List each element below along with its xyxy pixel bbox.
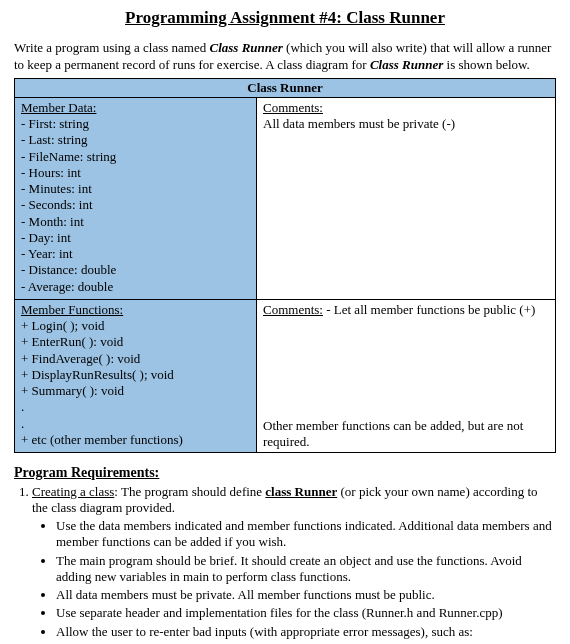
member-data-item: - Day: int [21,230,250,246]
member-func-item: + EnterRun( ): void [21,334,250,350]
intro-text-3: is shown below. [443,57,530,72]
member-data-heading: Member Data: [21,100,250,116]
requirement-item: Creating a class: The program should def… [32,484,556,516]
member-func-item: + etc (other member functions) [21,432,250,448]
member-data-item: - Last: string [21,132,250,148]
member-func-item: + FindAverage( ): void [21,351,250,367]
member-data-item: - Month: int [21,214,250,230]
member-functions-heading: Member Functions: [21,302,250,318]
comments-bottom-note: Other member functions can be added, but… [263,418,549,451]
intro-classname-2: Class Runner [370,57,443,72]
page-title: Programming Assignment #4: Class Runner [14,8,556,28]
member-data-item: - Seconds: int [21,197,250,213]
bullet-item: Use separate header and implementation f… [56,605,556,621]
bullet-item: The main program should be brief. It sho… [56,553,556,586]
bullet-item-text: Allow the user to re-enter bad inputs (w… [56,624,473,639]
intro-paragraph: Write a program using a class named Clas… [14,40,556,74]
bullet-item: All data members must be private. All me… [56,587,556,603]
comments-text-2: - Let all member functions be public (+) [323,302,535,317]
member-func-item: . [21,416,250,432]
class-name-header: Class Runner [15,79,555,98]
member-functions-cell: Member Functions: + Login( ); void + Ent… [15,299,257,452]
member-func-item: . [21,399,250,415]
member-func-item: + Summary( ): void [21,383,250,399]
comments-heading-1: Comments: [263,100,549,116]
requirement-bullets: Use the data members indicated and membe… [14,518,556,644]
comments-heading-2: Comments: [263,302,323,317]
bullet-item: Use the data members indicated and membe… [56,518,556,551]
bullet-item: Allow the user to re-enter bad inputs (w… [56,624,556,644]
member-func-item: + DisplayRunResults( ); void [21,367,250,383]
member-data-item: - FileName: string [21,149,250,165]
member-data-item: - First: string [21,116,250,132]
req1-classname: class Runner [265,484,337,499]
member-data-item: - Distance: double [21,262,250,278]
member-data-item: - Hours: int [21,165,250,181]
req1-mid: : The program should define [114,484,265,499]
member-func-item: + Login( ); void [21,318,250,334]
requirements-heading: Program Requirements: [14,465,556,481]
member-data-item: - Minutes: int [21,181,250,197]
comments-functions-cell: Comments: - Let all member functions be … [257,299,555,452]
intro-text-1: Write a program using a class named [14,40,210,55]
req1-label: Creating a class [32,484,114,499]
member-data-cell: Member Data: - First: string - Last: str… [15,98,257,299]
requirements-list: Creating a class: The program should def… [14,484,556,516]
member-data-item: - Year: int [21,246,250,262]
intro-classname-1: Class Runner [210,40,283,55]
class-diagram-table: Class Runner Member Data: - First: strin… [14,78,556,453]
comments-data-cell: Comments: All data members must be priva… [257,98,555,299]
member-data-item: - Average: double [21,279,250,295]
comments-text-1: All data members must be private (-) [263,116,549,132]
